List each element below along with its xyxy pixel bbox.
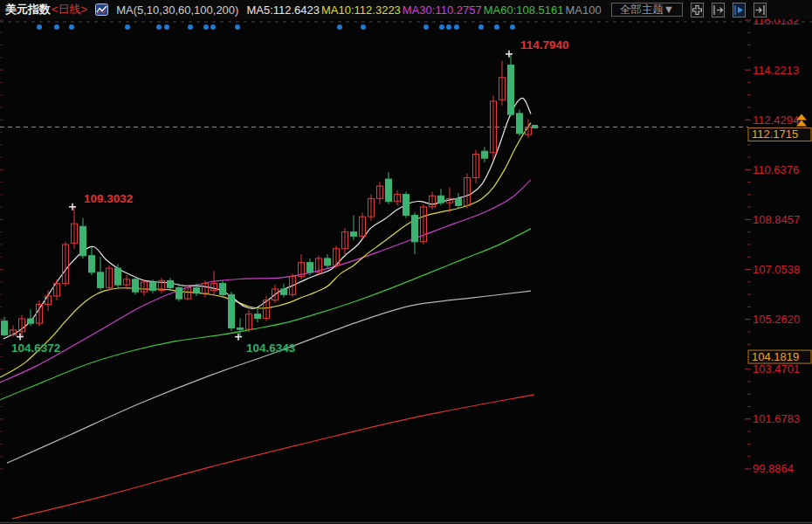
candle: [107, 268, 113, 287]
candle: [334, 249, 340, 265]
axis-badge-value: 112.1715: [752, 128, 798, 141]
candle: [141, 282, 148, 292]
ma-legend: MA5:112.6423MA10:112.3223MA30:110.2757MA…: [246, 3, 602, 17]
axis-price-label: 101.6783: [753, 412, 800, 425]
candle: [386, 179, 392, 201]
candle: [264, 300, 270, 319]
symbol-name: 美元指数: [5, 3, 51, 16]
price-axis: 116.0132114.2213112.4294110.6376108.8457…: [0, 14, 800, 476]
candle: [272, 289, 279, 300]
candle: [194, 287, 200, 293]
candle: [45, 296, 52, 305]
candle: [421, 207, 427, 242]
candle: [447, 198, 453, 203]
candle: [203, 284, 209, 293]
candle: [28, 319, 34, 323]
axis-expand-left-icon[interactable]: [712, 3, 725, 17]
extreme-price-annotation: 104.6372: [11, 341, 60, 355]
candle: [456, 198, 462, 205]
candle: [72, 224, 78, 243]
candle: [2, 321, 8, 335]
candle: [19, 319, 25, 332]
axis-price-label: 114.2213: [753, 64, 799, 77]
candle: [220, 284, 226, 295]
ma-settings-label[interactable]: MA(5,10,30,60,100,200): [116, 3, 238, 17]
ma-legend-item-0: MA5:112.6423: [246, 3, 320, 17]
candle: [168, 280, 174, 287]
axis-price-label: 105.2620: [753, 313, 800, 326]
candle: [482, 151, 488, 158]
extreme-price-annotation: 109.3032: [84, 192, 133, 205]
candle: [342, 232, 348, 249]
candle: [526, 127, 532, 134]
candle: [430, 196, 436, 207]
extreme-price-annotation: 104.6343: [246, 341, 296, 355]
candlestick-chart[interactable]: 116.0132114.2213112.4294110.6376108.8457…: [0, 0, 812, 524]
candle: [80, 226, 86, 255]
candle: [229, 294, 235, 328]
candle: [10, 330, 17, 335]
axis-price-label: 107.0538: [753, 263, 800, 276]
candle: [237, 328, 244, 330]
axis-price-label: 110.6376: [753, 163, 799, 176]
theme-select-button[interactable]: 全部主题▼: [611, 3, 683, 17]
candle: [464, 177, 471, 205]
axis-play-icon[interactable]: [733, 3, 746, 17]
candle: [491, 101, 497, 153]
pan-move-icon[interactable]: [691, 3, 704, 17]
candles-layer: [2, 54, 539, 337]
candle: [63, 245, 69, 284]
candle: [290, 277, 296, 295]
candle: [412, 216, 418, 242]
candle: [377, 186, 383, 198]
candle: [403, 195, 409, 216]
ma-legend-item-1: MA10:112.3223: [321, 3, 401, 17]
candle: [325, 259, 331, 265]
axis-badge-value: 104.1819: [752, 350, 799, 363]
candle: [517, 114, 523, 134]
axis-badges: 112.1715104.1819: [748, 114, 811, 363]
candle: [185, 287, 191, 299]
candle: [159, 280, 165, 290]
candle: [299, 263, 305, 277]
candle: [360, 217, 366, 236]
candle: [211, 284, 217, 291]
chart-toolbar: 美元指数<日线> MA(5,10,30,60,100,200) MA5:112.…: [0, 0, 812, 19]
candle: [176, 287, 182, 299]
period-label: <日线>: [52, 3, 87, 16]
trading-terminal-window: 116.0132114.2213112.4294110.6376108.8457…: [0, 0, 812, 524]
axis-price-label: 103.4701: [753, 362, 800, 376]
candle: [281, 289, 287, 294]
event-dots-row: [37, 24, 515, 30]
candle: [473, 154, 479, 177]
candle: [307, 263, 313, 272]
candle: [316, 259, 322, 272]
axis-price-label: 108.8457: [753, 213, 800, 226]
axis-price-label: 99.8864: [753, 462, 794, 475]
axis-shift-right-icon[interactable]: [754, 3, 767, 17]
candle: [438, 196, 444, 203]
candle: [54, 284, 60, 296]
candle: [395, 195, 401, 202]
candle: [133, 279, 139, 292]
candle: [351, 232, 357, 237]
candle: [255, 314, 261, 319]
candle: [150, 282, 156, 291]
candle: [98, 272, 104, 288]
mini-chart-icon: [95, 3, 108, 16]
candle: [115, 268, 121, 285]
candle: [89, 256, 95, 272]
ma-legend-item-3: MA60:108.5161: [484, 3, 564, 17]
ma-legend-item-4: MA100: [566, 3, 602, 17]
candle: [368, 198, 375, 217]
candle: [124, 279, 130, 285]
ma-legend-item-2: MA30:110.2757: [403, 3, 482, 17]
ma-line-MA200: [12, 395, 534, 519]
candle: [246, 314, 252, 330]
candle: [37, 304, 43, 323]
symbol-title: 美元指数<日线>: [5, 2, 87, 17]
axis-price-label: 112.4294: [753, 114, 799, 127]
candle: [499, 78, 506, 100]
candle: [508, 65, 514, 114]
extreme-price-annotation: 114.7940: [520, 38, 569, 52]
